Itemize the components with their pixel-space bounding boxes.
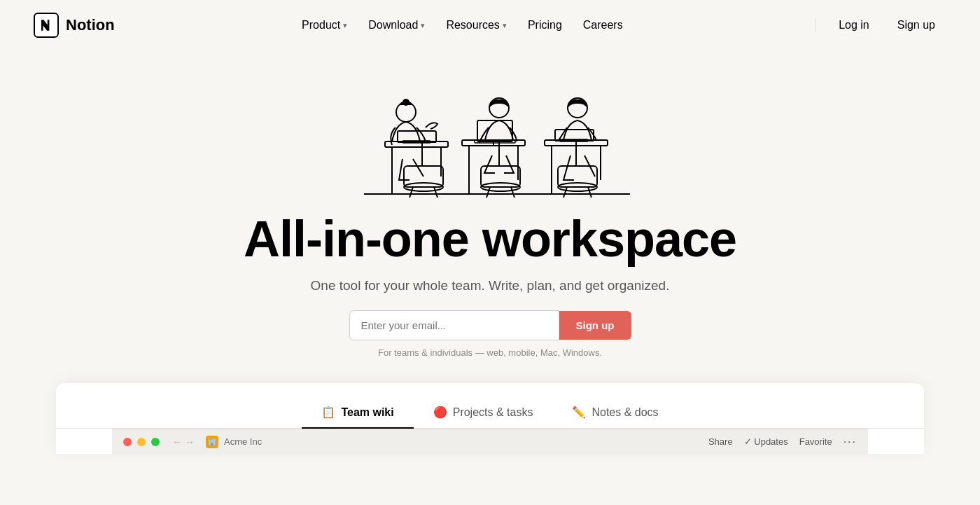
browser-url-area: 🏢 Acme Inc [206, 436, 703, 448]
svg-line-5 [434, 187, 438, 198]
email-input[interactable] [349, 310, 559, 340]
chevron-down-icon: ▾ [503, 21, 507, 30]
hero-disclaimer: For teams & individuals — web, mobile, M… [378, 347, 602, 358]
tab-team-wiki[interactable]: 📋 Team wiki [302, 397, 413, 429]
tab-notes-icon: ✏️ [572, 406, 586, 419]
more-options-icon[interactable]: ··· [844, 436, 857, 448]
svg-line-30 [564, 187, 567, 198]
nav-product[interactable]: Product ▾ [293, 13, 356, 37]
browser-dot-yellow[interactable] [137, 438, 146, 446]
forward-icon[interactable]: → [185, 436, 195, 448]
logo-link[interactable]: Notion [34, 13, 115, 38]
tab-projects-tasks[interactable]: 🔴 Projects & tasks [414, 397, 553, 429]
svg-line-18 [511, 187, 514, 198]
share-button[interactable]: Share [708, 436, 733, 447]
browser-dot-green[interactable] [151, 438, 160, 446]
logo-text: Notion [66, 16, 115, 34]
browser-dot-red[interactable] [123, 438, 132, 446]
hero-form: Sign up [349, 310, 631, 340]
browser-favicon: 🏢 [206, 436, 218, 448]
nav-careers[interactable]: Careers [575, 13, 631, 37]
chevron-down-icon: ▾ [421, 21, 425, 30]
nav-center: Product ▾ Download ▾ Resources ▾ Pricing… [293, 13, 631, 37]
svg-line-17 [486, 187, 490, 198]
signup-nav-button[interactable]: Sign up [886, 13, 946, 37]
browser-nav-buttons: ← → [172, 436, 195, 448]
tab-projects-icon: 🔴 [433, 406, 447, 419]
nav-right: Log in Sign up [810, 13, 946, 37]
logo-icon [34, 13, 59, 38]
navbar: Notion Product ▾ Download ▾ Resources ▾ … [0, 0, 980, 50]
signup-hero-button[interactable]: Sign up [559, 311, 631, 340]
hero-title: All-in-one workspace [244, 212, 736, 267]
tabs-bar: 📋 Team wiki 🔴 Projects & tasks ✏️ Notes … [56, 383, 924, 429]
tabs-section: 📋 Team wiki 🔴 Projects & tasks ✏️ Notes … [56, 383, 924, 454]
tab-notes-docs[interactable]: ✏️ Notes & docs [552, 397, 678, 429]
nav-download[interactable]: Download ▾ [360, 13, 433, 37]
svg-line-31 [588, 187, 592, 198]
svg-line-4 [410, 187, 413, 198]
hero-section: All-in-one workspace One tool for your w… [0, 50, 980, 358]
hero-subtitle: One tool for your whole team. Write, pla… [311, 278, 670, 293]
nav-pricing[interactable]: Pricing [519, 13, 570, 37]
checkmark-icon: ✓ [744, 436, 752, 447]
tab-team-wiki-icon: 📋 [321, 406, 335, 419]
browser-bar: ← → 🏢 Acme Inc Share ✓ Updates Favorite … [112, 429, 868, 454]
back-icon[interactable]: ← [172, 436, 182, 448]
login-button[interactable]: Log in [827, 13, 881, 37]
browser-actions: Share ✓ Updates Favorite ··· [708, 436, 857, 448]
chevron-down-icon: ▾ [343, 21, 347, 30]
updates-button[interactable]: ✓ Updates [744, 436, 788, 447]
hero-illustration [322, 57, 658, 198]
nav-divider [816, 18, 816, 32]
browser-page-title: Acme Inc [224, 436, 262, 447]
nav-resources[interactable]: Resources ▾ [438, 13, 514, 37]
favorite-button[interactable]: Favorite [799, 436, 832, 447]
svg-rect-23 [477, 120, 512, 141]
